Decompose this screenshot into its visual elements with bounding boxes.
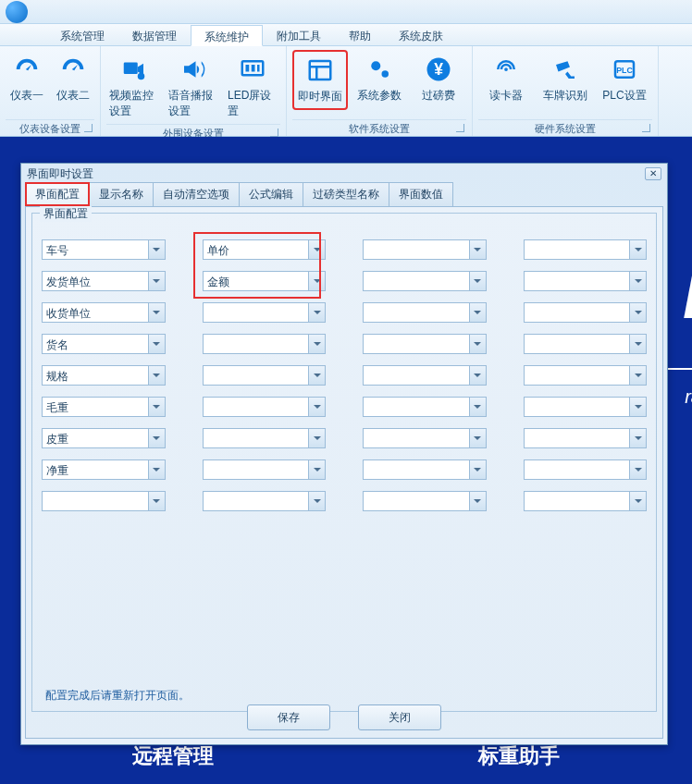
chevron-down-icon[interactable] [308,492,325,510]
combo-field[interactable] [363,271,487,291]
menu-item[interactable]: 系统管理 [46,24,118,45]
dialog-tab[interactable]: 界面数值 [389,182,453,206]
chevron-down-icon[interactable] [308,335,325,353]
combo-field[interactable]: 单价 [203,239,327,260]
ribbon-button[interactable]: ¥过磅费 [411,50,466,108]
combo-field[interactable]: 车号 [42,239,166,260]
combo-field[interactable] [524,239,648,260]
combo-field[interactable] [363,365,487,386]
save-button[interactable]: 保存 [247,704,330,730]
dialog-tab[interactable]: 过磅类型名称 [303,182,389,206]
combo-field[interactable] [363,459,487,480]
combo-field[interactable] [203,428,327,448]
chevron-down-icon[interactable] [469,303,486,322]
chevron-down-icon[interactable] [308,366,325,385]
combo-field[interactable]: 货名 [42,334,166,354]
combo-field[interactable] [203,365,327,386]
combo-field[interactable] [524,397,648,417]
combo-field[interactable] [524,271,648,291]
ribbon-button[interactable]: 语音播报设置 [166,50,221,124]
chevron-down-icon[interactable] [148,335,165,353]
chevron-down-icon[interactable] [148,492,165,510]
chevron-down-icon[interactable] [308,272,325,290]
combo-field[interactable]: 皮重 [42,428,166,448]
combo-field[interactable] [203,491,327,511]
menu-item[interactable]: 数据管理 [118,24,191,45]
ribbon-button[interactable]: PLCPLC设置 [597,50,652,108]
chevron-down-icon[interactable] [308,429,325,447]
chevron-down-icon[interactable] [148,429,165,447]
ribbon-button-label: 视频监控设置 [109,88,159,119]
combo-field[interactable]: 发货单位 [42,271,166,291]
chevron-down-icon[interactable] [148,366,165,385]
close-button[interactable]: 关闭 [358,704,441,730]
menu-item[interactable]: 帮助 [335,24,385,45]
menu-item[interactable]: 附加工具 [263,24,335,45]
ribbon-button[interactable]: 读卡器 [478,50,534,108]
chevron-down-icon[interactable] [469,398,486,416]
chevron-down-icon[interactable] [308,460,325,479]
dialog-close-button[interactable]: ✕ [645,167,661,180]
chevron-down-icon[interactable] [148,460,165,479]
chevron-down-icon[interactable] [469,429,486,447]
ribbon-button[interactable]: 即时界面 [292,50,348,110]
chevron-down-icon[interactable] [629,366,646,385]
combo-field[interactable]: 毛重 [42,397,166,417]
combo-field[interactable] [203,397,327,417]
chevron-down-icon[interactable] [469,240,486,259]
ribbon-button[interactable]: LED屏设置 [225,50,280,124]
combo-field[interactable]: 净重 [42,459,166,480]
chevron-down-icon[interactable] [469,335,486,353]
combo-field[interactable] [363,397,487,417]
chevron-down-icon[interactable] [308,240,325,259]
combo-field[interactable] [524,365,648,386]
dialog-tab[interactable]: 自动清空选项 [153,182,240,206]
chevron-down-icon[interactable] [148,303,165,322]
chevron-down-icon[interactable] [308,303,325,322]
combo-field[interactable] [42,491,166,511]
chevron-down-icon[interactable] [629,240,646,259]
chevron-down-icon[interactable] [629,460,646,479]
combo-field[interactable]: 金额 [203,271,327,291]
combo-field[interactable]: 收货单位 [42,302,166,323]
ribbon-group: 读卡器车牌识别PLCPLC设置硬件系统设置 [473,46,659,136]
chevron-down-icon[interactable] [629,272,646,290]
chevron-down-icon[interactable] [469,460,486,479]
combo-field[interactable] [524,428,648,448]
chevron-down-icon[interactable] [629,492,646,510]
chevron-down-icon[interactable] [148,398,165,416]
ribbon-button[interactable]: 仪表二 [52,50,94,108]
dialog-tab[interactable]: 公式编辑 [239,182,303,206]
combo-field[interactable] [363,302,487,323]
chevron-down-icon[interactable] [629,335,646,353]
combo-field[interactable] [363,428,487,448]
ribbon-button[interactable]: 仪表一 [6,50,48,108]
combo-field[interactable] [203,302,327,323]
chevron-down-icon[interactable] [148,272,165,290]
menu-item[interactable]: 系统维护 [191,25,263,46]
combo-field[interactable] [203,459,327,480]
chevron-down-icon[interactable] [148,240,165,259]
ribbon-button[interactable]: 车牌识别 [538,50,593,108]
ribbon-button[interactable]: 系统参数 [352,50,407,108]
chevron-down-icon[interactable] [308,398,325,416]
chevron-down-icon[interactable] [469,492,486,510]
combo-field[interactable] [524,459,648,480]
combo-field[interactable] [524,302,648,323]
combo-field[interactable] [524,334,648,354]
dialog-tab[interactable]: 界面配置 [25,182,90,206]
dialog-tab[interactable]: 显示名称 [89,182,154,206]
ribbon-button[interactable]: 视频监控设置 [106,50,162,124]
menu-item[interactable]: 系统皮肤 [385,24,457,45]
combo-field[interactable]: 规格 [42,365,166,386]
chevron-down-icon[interactable] [629,303,646,322]
chevron-down-icon[interactable] [469,272,486,290]
combo-field[interactable] [203,334,327,354]
chevron-down-icon[interactable] [629,429,646,447]
combo-field[interactable] [524,491,648,511]
combo-field[interactable] [363,239,487,260]
chevron-down-icon[interactable] [469,366,486,385]
combo-field[interactable] [363,334,487,354]
chevron-down-icon[interactable] [629,398,646,416]
combo-field[interactable] [363,491,487,511]
